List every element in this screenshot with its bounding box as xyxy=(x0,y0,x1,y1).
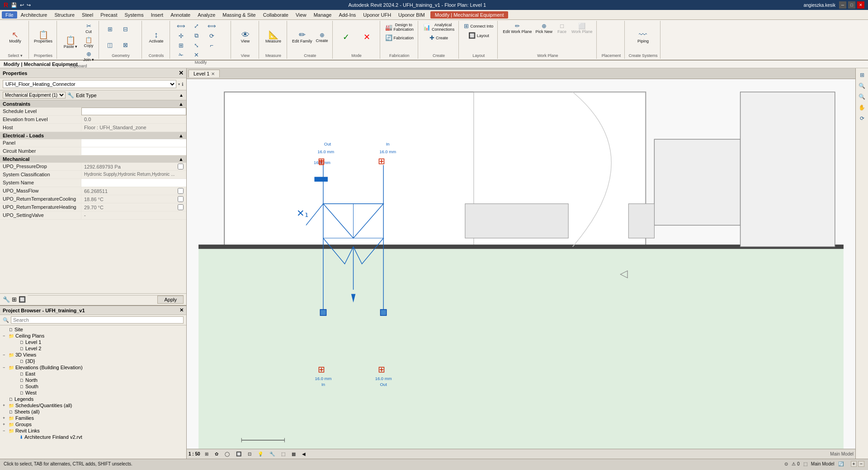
menu-structure[interactable]: Structure xyxy=(51,11,78,19)
quick-access-redo[interactable]: ↪ xyxy=(27,2,31,8)
geometry-btn3[interactable]: ◫ xyxy=(103,41,117,49)
minimize-button[interactable]: ─ xyxy=(839,1,846,9)
cut-button[interactable]: ✂Cut xyxy=(81,22,96,35)
view-ctrl-btn6[interactable]: 💡 xyxy=(256,451,265,457)
geometry-btn1[interactable]: ⊞ xyxy=(103,25,117,33)
tree-3dviews[interactable]: − 📁 3D Views xyxy=(0,352,186,358)
layout-button[interactable]: 🔲 Layout xyxy=(467,31,491,40)
paste-button[interactable]: 📋 Paste ▾ xyxy=(61,35,80,50)
cancel-mode-button[interactable]: ✕ xyxy=(357,32,377,42)
tree-level1[interactable]: 🗋 Level 1 xyxy=(0,339,186,345)
view-ctrl-btn2[interactable]: ✿ xyxy=(213,451,220,457)
measure-button[interactable]: 📐 Measure xyxy=(264,30,283,44)
tree-level2[interactable]: 🗋 Level 2 xyxy=(0,345,186,352)
move-button[interactable]: ✢ xyxy=(174,32,188,40)
view-ctrl-btn5[interactable]: ⊡ xyxy=(246,451,253,457)
maximize-button[interactable]: □ xyxy=(848,1,855,9)
electrical-category[interactable]: Electrical - Loads ▲ xyxy=(0,132,186,139)
geometry-btn2[interactable]: ⊟ xyxy=(118,25,132,33)
view-ctrl-btn4[interactable]: 🔲 xyxy=(234,451,243,457)
sync-icon[interactable]: 🔄 xyxy=(838,461,844,466)
menu-uponor-ufh[interactable]: Uponor UFH xyxy=(359,11,395,19)
delete-button[interactable]: ✕ xyxy=(189,51,203,59)
scale-display[interactable]: 1 : 50 xyxy=(189,451,200,456)
zoom-out-status[interactable]: − xyxy=(858,461,864,467)
create-button[interactable]: ⊕ Create xyxy=(315,31,330,44)
tree-north[interactable]: 🗋 North xyxy=(0,377,186,383)
view-ctrl-btn10[interactable]: ◀ xyxy=(300,451,307,457)
menu-steel[interactable]: Steel xyxy=(78,11,97,19)
view-ctrl-btn8[interactable]: ⬚ xyxy=(279,451,287,457)
orbit-button[interactable]: ⟳ xyxy=(857,113,867,123)
close-button[interactable]: ✕ xyxy=(857,1,864,9)
connect-into-button[interactable]: ⊞ Connect Into xyxy=(462,22,495,30)
zoom-out-button[interactable]: 🔍 xyxy=(857,92,867,102)
tree-3d[interactable]: 🗋 {3D} xyxy=(0,358,186,364)
scroll-up-btn[interactable]: ▲ xyxy=(179,93,184,98)
props-icon3[interactable]: 🔲 xyxy=(19,296,26,303)
constraints-collapse[interactable]: ▲ xyxy=(179,101,184,107)
level1-tab[interactable]: Level 1 ✕ xyxy=(189,70,220,77)
menu-systems[interactable]: Systems xyxy=(121,11,147,19)
tree-legends[interactable]: 🗋 Legends xyxy=(0,396,186,402)
design-to-fabrication-button[interactable]: 🏭 Design toFabrication xyxy=(384,22,415,33)
split-button[interactable]: ✁ xyxy=(174,51,188,59)
warnings-icon[interactable]: ⚠ 0 xyxy=(792,461,799,466)
view-ctrl-btn3[interactable]: ◯ xyxy=(223,451,231,457)
analytical-connections-button[interactable]: 📊 AnalyticalConnections xyxy=(422,22,456,33)
activate-button[interactable]: ↕ Activate xyxy=(146,30,166,44)
piping-button[interactable]: 〰 Piping xyxy=(633,30,653,44)
menu-uponor-bim[interactable]: Uponor BIM xyxy=(395,11,429,19)
edit-family-button[interactable]: ✏ Edit Family xyxy=(291,30,314,44)
zoom-in-button[interactable]: 🔍 xyxy=(857,81,867,91)
tree-families[interactable]: + 📁 Families xyxy=(0,415,186,421)
instance-count-dropdown[interactable]: Mechanical Equipment (1) xyxy=(3,92,66,99)
view-ctrl-btn7[interactable]: 🔧 xyxy=(268,451,277,457)
pan-button[interactable]: ✋ xyxy=(857,103,867,113)
tree-west[interactable]: 🗋 West xyxy=(0,390,186,396)
face-button[interactable]: □ Face xyxy=(555,22,569,35)
array-button[interactable]: ⊞ xyxy=(174,41,188,50)
tree-elevations[interactable]: − 📁 Elevations (Building Elevation) xyxy=(0,364,186,371)
props-icon2[interactable]: ⊞ xyxy=(12,296,17,303)
geometry-btn4[interactable]: ⊠ xyxy=(118,41,132,49)
props-icon1[interactable]: 🔧 xyxy=(3,296,10,303)
menu-modify-mechanical[interactable]: Modify | Mechanical Equipment xyxy=(430,11,509,19)
tree-sheets[interactable]: 🗋 Sheets (all) xyxy=(0,409,186,415)
zoom-in-status[interactable]: + xyxy=(851,461,857,467)
trim-button[interactable]: ⌐ xyxy=(204,41,219,50)
menu-analyze[interactable]: Analyze xyxy=(194,11,219,19)
menu-architecture[interactable]: Architecture xyxy=(17,11,51,19)
menu-addins[interactable]: Add-Ins xyxy=(335,11,359,19)
menu-file[interactable]: File xyxy=(2,11,17,19)
view-button[interactable]: 👁 View xyxy=(236,30,255,44)
tree-groups[interactable]: + 📁 Groups xyxy=(0,421,186,428)
menu-annotate[interactable]: Annotate xyxy=(167,11,194,19)
menu-view[interactable]: View xyxy=(292,11,310,19)
mechanical-collapse[interactable]: ▲ xyxy=(179,156,184,162)
analytical-create-button[interactable]: ✚ Create xyxy=(428,33,449,42)
return-temp-cooling-checkbox[interactable] xyxy=(178,196,184,202)
menu-manage[interactable]: Manage xyxy=(310,11,335,19)
mirror-button[interactable]: ⟺ xyxy=(204,22,219,30)
properties-ribbon-button[interactable]: 📋 Properties xyxy=(33,30,54,44)
tree-schedules[interactable]: + 📁 Schedules/Quantities (all) xyxy=(0,402,186,409)
electrical-collapse[interactable]: ▲ xyxy=(179,133,184,138)
work-plane-button[interactable]: ⬜ Work Plane xyxy=(570,22,594,35)
edit-work-plane-button[interactable]: ✏ Edit Work Plane xyxy=(501,22,533,35)
quick-access-undo[interactable]: ↩ xyxy=(20,2,24,8)
menu-collaborate[interactable]: Collaborate xyxy=(259,11,292,19)
offset-button[interactable]: ⤢ xyxy=(189,22,203,30)
props-scroll[interactable]: Constraints ▲ Schedule Level Elevation f… xyxy=(0,100,186,293)
menu-precast[interactable]: Precast xyxy=(97,11,121,19)
project-browser-tree[interactable]: 🗋 Site − 📁 Ceiling Plans 🗋 Level 1 🗋 Lev xyxy=(0,325,186,459)
fabrication-button[interactable]: 🔄 Fabrication xyxy=(384,33,415,42)
tree-south[interactable]: 🗋 South xyxy=(0,383,186,390)
family-type-dropdown[interactable]: UFH_Floor_Heating_Connector xyxy=(3,80,176,88)
tree-revit-links[interactable]: − 📁 Revit Links xyxy=(0,428,186,434)
view-ctrl-btn9[interactable]: ▦ xyxy=(290,451,297,457)
zoom-fit-button[interactable]: ⊞ xyxy=(857,70,867,80)
quick-access-save[interactable]: 💾 xyxy=(11,2,17,8)
massflow-checkbox[interactable] xyxy=(178,188,184,194)
tree-arch-finland[interactable]: ⬇ Architecture Finland v2.rvt xyxy=(0,434,186,440)
